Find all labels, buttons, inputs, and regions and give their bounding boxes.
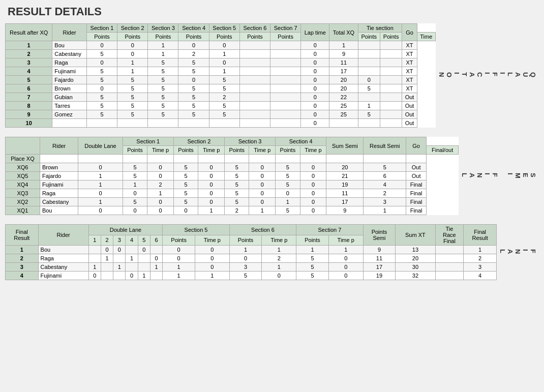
qual-cell: XT: [402, 76, 417, 84]
semi-cell: 5: [123, 198, 147, 206]
qual-cell: [358, 67, 380, 76]
semi-blank5: [173, 155, 198, 163]
semi-cell: 5: [173, 180, 198, 189]
final-cell: Cabestany: [38, 263, 88, 272]
qual-row: 7Gubian55552022Out: [6, 93, 436, 102]
qual-cell: [270, 50, 301, 58]
final-header-result: FinalResult: [6, 225, 39, 246]
semi-place-xq-label: Place XQ: [6, 155, 40, 163]
qual-cell: 0: [301, 93, 329, 102]
semi-header-place: [6, 137, 40, 155]
qual-cell: 0: [301, 102, 329, 110]
qual-cell: 5: [148, 58, 178, 67]
qual-cell: 9: [329, 50, 358, 58]
semi-cell: 3: [364, 198, 406, 206]
qual-cell: 25: [329, 110, 358, 119]
qual-cell: [148, 119, 178, 128]
final-cell: 1: [88, 263, 101, 272]
final-cell: [150, 272, 163, 280]
semi-header-go: Go: [406, 137, 427, 155]
qual-cell: [380, 93, 402, 102]
qual-cell: 9: [6, 110, 52, 119]
qual-cell: 0: [86, 84, 117, 93]
semi-header-s1: Section 1: [123, 137, 173, 146]
qual-cell: Cabestany: [52, 50, 87, 58]
final-dl-4: 4: [126, 235, 138, 246]
page-title: RESULT DETAILS: [5, 5, 539, 18]
qual-cell: 5: [148, 102, 178, 110]
qual-cell: 5: [86, 102, 117, 110]
semi-cell: 0: [198, 172, 225, 180]
qual-cell: [86, 119, 117, 128]
qual-cell: 0: [86, 58, 117, 67]
final-cell: [138, 254, 150, 263]
final-cell: Bou: [38, 246, 88, 254]
semi-cell: 5: [276, 163, 300, 172]
semi-cell: 0: [249, 189, 276, 198]
qual-cell: [178, 119, 209, 128]
final-cell: 0: [163, 254, 195, 263]
final-s7-pts: Points: [296, 235, 329, 246]
qualification-label: QUALIFICATION: [436, 23, 539, 128]
final-header-tie: TieRaceFinal: [435, 225, 464, 246]
qual-cell: Out: [402, 93, 417, 102]
final-cell: 19: [363, 272, 396, 280]
semi-cell: 0: [300, 180, 326, 189]
qual-sub-s4: Points: [178, 33, 209, 41]
semi-cell: Raga: [40, 189, 78, 198]
semi-cell: 2: [147, 180, 174, 189]
semi-row: XQ5Fajardo150505050216Out: [6, 172, 459, 180]
final-cell: 1: [138, 272, 150, 280]
semi-cell: 0: [123, 206, 147, 215]
qual-cell: 5: [6, 76, 52, 84]
final-cell: 4: [464, 272, 497, 280]
final-cell: 1: [464, 246, 497, 254]
final-cell: 0: [150, 254, 163, 263]
qual-header-s7: Section 7: [270, 24, 301, 33]
semi-cell: 5: [173, 172, 198, 180]
semi-cell: 5: [364, 163, 406, 172]
qual-header-result: Result after XQ: [6, 24, 52, 41]
semi-row: XQ2Cabestany150505010173Final: [6, 198, 459, 206]
qual-header-lap: Lap time: [301, 24, 329, 41]
final-cell: 1: [195, 272, 229, 280]
qual-sub-lap: Points: [358, 33, 380, 41]
semi-cell: 1: [78, 198, 123, 206]
final-cell: Raga: [38, 254, 88, 263]
final-cell: 1: [229, 246, 262, 254]
semi-cell: 5: [276, 172, 300, 180]
qual-cell: 5: [209, 84, 239, 93]
semi-header-s4: Section 4: [276, 137, 326, 146]
qual-cell: [358, 58, 380, 67]
final-cell: 0: [138, 246, 150, 254]
semi-cell: 0: [276, 189, 300, 198]
qual-cell: 5: [86, 50, 117, 58]
qual-cell: [380, 76, 402, 84]
qual-cell: 0: [301, 84, 329, 93]
qual-cell: Out: [402, 102, 417, 110]
semi-cell: 5: [276, 206, 300, 215]
qual-header-s6: Section 6: [239, 24, 270, 33]
qual-row: 3Raga01550011XT: [6, 58, 436, 67]
qual-cell: 0: [301, 76, 329, 84]
qual-cell: 5: [209, 102, 239, 110]
qual-row: 6Brown055550205XT: [6, 84, 436, 93]
qual-cell: [239, 93, 270, 102]
qual-row: 1Bou0010001XT: [6, 41, 436, 50]
qual-cell: 22: [329, 93, 358, 102]
final-cell: 5: [229, 272, 262, 280]
qual-cell: 5: [209, 110, 239, 119]
semi-blank3: [123, 155, 147, 163]
semi-sub-s1p: Points: [123, 146, 147, 155]
semi-cell: Bou: [40, 206, 78, 215]
qual-header-s2: Section 2: [117, 24, 148, 33]
qual-cell: [270, 110, 301, 119]
qual-cell: 5: [178, 58, 209, 67]
final-cell: 32: [396, 272, 435, 280]
final-block: FinalResult Rider Double Lane Section 5 …: [5, 224, 539, 280]
semi-cell: 6: [364, 172, 406, 180]
semi-cell: Brown: [40, 163, 78, 172]
final-s5-time: Time p: [195, 235, 229, 246]
final-s5-pts: Points: [163, 235, 195, 246]
final-cell: 1: [163, 272, 195, 280]
